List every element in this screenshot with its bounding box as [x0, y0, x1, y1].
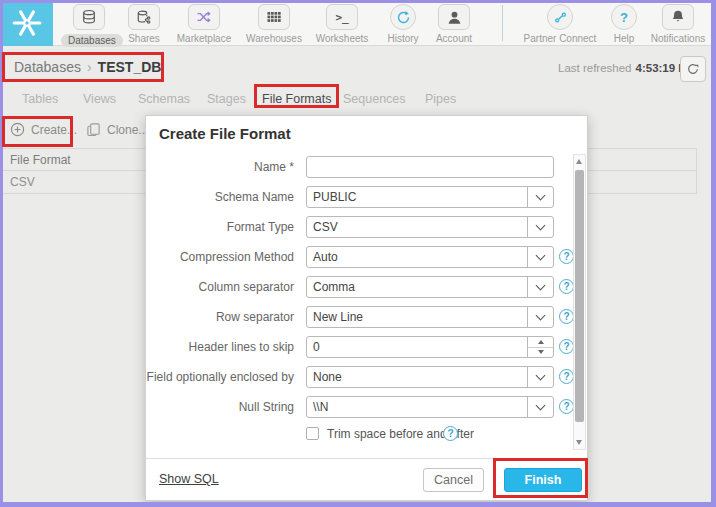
- field-label-header-lines-to-skip: Header lines to skip: [146, 336, 294, 358]
- stepper-down-icon[interactable]: [528, 348, 553, 358]
- stepper-up-icon[interactable]: [528, 337, 553, 348]
- nav-item-notifications[interactable]: Notifications: [646, 4, 710, 44]
- name-field: [306, 156, 554, 178]
- nav-divider: [502, 5, 503, 41]
- tab-file-formats[interactable]: File Formats: [262, 92, 331, 106]
- null-string-select[interactable]: \\N: [306, 396, 554, 418]
- clone-button[interactable]: Clone...: [86, 122, 148, 137]
- column-separator-select[interactable]: Comma: [306, 276, 554, 298]
- nav-item-shares[interactable]: Shares: [121, 4, 167, 44]
- dialog-title: Create File Format: [159, 125, 291, 142]
- refresh-icon: [686, 62, 700, 76]
- cancel-button[interactable]: Cancel: [423, 468, 484, 492]
- breadcrumb-current: TEST_DB: [98, 59, 162, 75]
- chevron-down-icon[interactable]: [527, 277, 553, 297]
- chevron-down-icon[interactable]: [527, 307, 553, 327]
- finish-button[interactable]: Finish: [504, 468, 582, 492]
- chevron-down-icon[interactable]: [527, 247, 553, 267]
- header-lines-to-skip-stepper[interactable]: 0: [306, 336, 554, 358]
- help-icon[interactable]: ?: [559, 279, 574, 294]
- nav-item-databases[interactable]: Databases: [61, 4, 117, 48]
- schema-name-select[interactable]: PUBLIC: [306, 186, 554, 208]
- create-file-format-dialog: Create File Format Name * Schema Name PU…: [145, 115, 588, 501]
- breadcrumb-databases[interactable]: Databases: [14, 59, 81, 75]
- last-refreshed: Last refreshed4:53:19 PM: [558, 62, 696, 74]
- nav-label: Marketplace: [171, 33, 237, 44]
- account-icon: [438, 4, 470, 30]
- chevron-down-icon[interactable]: [527, 187, 553, 207]
- field-label-schema-name: Schema Name: [146, 186, 294, 208]
- tab-views[interactable]: Views: [83, 92, 116, 106]
- tab-sequences[interactable]: Sequences: [343, 92, 406, 106]
- nav-label: Shares: [121, 33, 167, 44]
- create-label: Create...: [31, 123, 77, 137]
- chevron-down-icon[interactable]: [527, 217, 553, 237]
- field-enclosed-select[interactable]: None: [306, 366, 554, 388]
- name-input[interactable]: [307, 157, 553, 177]
- breadcrumb-separator: ›: [87, 59, 92, 75]
- nav-item-worksheets[interactable]: >_ Worksheets: [313, 4, 371, 44]
- help-icon[interactable]: ?: [559, 339, 574, 354]
- nav-label: Account: [429, 33, 479, 44]
- field-label-name: Name *: [146, 156, 294, 178]
- scrollbar-thumb[interactable]: [575, 170, 584, 422]
- help-icon[interactable]: ?: [559, 249, 574, 264]
- nav-label: History: [381, 33, 425, 44]
- clone-label: Clone...: [107, 123, 148, 137]
- nav-item-partner-connect[interactable]: Partner Connect: [514, 4, 606, 44]
- nav-label: Notifications: [646, 33, 710, 44]
- tab-pipes[interactable]: Pipes: [425, 92, 456, 106]
- snowflake-icon: [11, 7, 43, 39]
- history-icon: [390, 4, 416, 30]
- marketplace-icon: [188, 4, 220, 30]
- tab-schemas[interactable]: Schemas: [138, 92, 190, 106]
- compression-method-value: Auto: [307, 247, 527, 267]
- show-sql-link[interactable]: Show SQL: [159, 472, 219, 486]
- help-icon[interactable]: ?: [559, 309, 574, 324]
- tab-tables[interactable]: Tables: [22, 92, 58, 106]
- tab-stages[interactable]: Stages: [207, 92, 246, 106]
- compression-method-select[interactable]: Auto: [306, 246, 554, 268]
- header-lines-value: 0: [307, 337, 527, 357]
- field-enclosed-value: None: [307, 367, 527, 387]
- chevron-down-icon[interactable]: [527, 397, 553, 417]
- column-separator-value: Comma: [307, 277, 527, 297]
- partner-connect-icon: [547, 4, 573, 30]
- create-button[interactable]: Create...: [10, 122, 77, 137]
- field-label-compression-method: Compression Method: [146, 246, 294, 268]
- row-separator-value: New Line: [307, 307, 527, 327]
- nav-item-warehouses[interactable]: Warehouses: [243, 4, 305, 44]
- field-label-format-type: Format Type: [146, 216, 294, 238]
- scroll-up-icon[interactable]: [576, 159, 582, 164]
- nav-item-account[interactable]: Account: [429, 4, 479, 44]
- snowflake-logo[interactable]: [0, 0, 53, 46]
- schema-name-value: PUBLIC: [307, 187, 527, 207]
- field-label-field-optionally-enclosed-by: Field optionally enclosed by: [146, 366, 294, 388]
- refresh-button[interactable]: [680, 56, 706, 82]
- plus-circle-icon: [10, 122, 25, 137]
- field-label-row-separator: Row separator: [146, 306, 294, 328]
- warehouses-icon: [258, 4, 290, 30]
- nav-item-help[interactable]: ? Help: [608, 4, 640, 44]
- trim-space-checkbox[interactable]: [306, 427, 319, 440]
- dialog-scrollbar[interactable]: [573, 154, 586, 450]
- format-type-select[interactable]: CSV: [306, 216, 554, 238]
- help-icon[interactable]: ?: [443, 426, 458, 441]
- nav-item-marketplace[interactable]: Marketplace: [171, 4, 237, 44]
- nav-label: Partner Connect: [514, 33, 606, 44]
- scroll-down-icon[interactable]: [576, 440, 582, 445]
- row-separator-select[interactable]: New Line: [306, 306, 554, 328]
- chevron-down-icon[interactable]: [527, 367, 553, 387]
- field-label-column-separator: Column separator: [146, 276, 294, 298]
- clone-icon: [86, 122, 101, 137]
- help-icon[interactable]: ?: [559, 369, 574, 384]
- shares-icon: [128, 4, 160, 30]
- databases-icon: [73, 4, 105, 30]
- nav-item-history[interactable]: History: [381, 4, 425, 44]
- null-string-value: \\N: [307, 397, 527, 417]
- notifications-icon: [662, 4, 694, 30]
- breadcrumb: Databases›TEST_DB: [14, 59, 161, 75]
- field-label-null-string: Null String: [146, 396, 294, 418]
- help-icon[interactable]: ?: [559, 399, 574, 414]
- nav-label: Worksheets: [313, 33, 371, 44]
